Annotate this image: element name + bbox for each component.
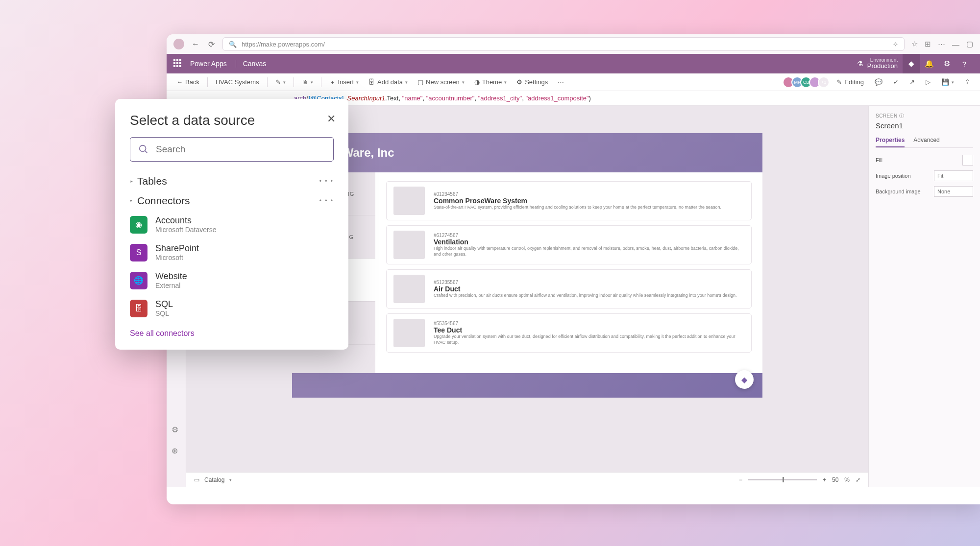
list-item[interactable]: #55354567 Tee Duct Upgrade your ventilat… bbox=[386, 313, 752, 353]
settings-button[interactable]: ⚙ Settings bbox=[513, 76, 552, 88]
left-rail-bottom: ⚙ ⊕ bbox=[172, 425, 178, 455]
dataverse-icon: ◉ bbox=[130, 216, 147, 234]
chevron-down-icon[interactable]: ▾ bbox=[229, 477, 232, 482]
maximize-icon[interactable]: ▢ bbox=[966, 40, 973, 48]
address-bar[interactable]: 🔍 https://make.powerapps.com/ ✧ bbox=[222, 37, 905, 51]
add-data-button[interactable]: 🗄 Add data ▾ bbox=[365, 76, 412, 88]
item-id: #01234567 bbox=[434, 191, 744, 197]
search-icon: 🔍 bbox=[229, 41, 237, 48]
comments-icon[interactable]: 💬 bbox=[871, 76, 886, 88]
list-item[interactable]: #51235567 Air Duct Crafted with precisio… bbox=[386, 269, 752, 309]
save-icon[interactable]: 💾 ▾ bbox=[937, 76, 958, 88]
connector-item-sql[interactable]: 🗄 SQLSQL bbox=[130, 294, 334, 322]
readmode-icon[interactable]: ✧ bbox=[893, 41, 898, 48]
screen-indicator-icon: ▭ bbox=[194, 476, 199, 483]
data-source-modal: Select a data source ✕ ▾ Tables • • • ▾ … bbox=[115, 99, 348, 350]
add-icon[interactable]: ⊕ bbox=[172, 446, 178, 455]
app-header: Power Apps Canvas ⚗ Environment Producti… bbox=[167, 54, 980, 73]
svg-point-0 bbox=[140, 145, 146, 152]
edit-icon[interactable]: ✎ ▾ bbox=[271, 76, 290, 88]
search-input[interactable] bbox=[130, 137, 334, 162]
new-screen-button[interactable]: ▢ New screen ▾ bbox=[414, 76, 468, 88]
prop-background-image-label: Background image bbox=[876, 189, 921, 194]
insert-button[interactable]: ＋ Insert ▾ bbox=[325, 76, 363, 89]
app-name: Power Apps bbox=[190, 60, 227, 68]
fullscreen-icon[interactable]: ⤢ bbox=[856, 476, 860, 483]
list-item[interactable]: #01234567 Common ProseWare System State-… bbox=[386, 181, 752, 220]
minimize-icon[interactable]: ― bbox=[952, 40, 959, 48]
globe-icon: 🌐 bbox=[130, 272, 147, 289]
copilot-header-icon[interactable]: ◆ bbox=[903, 54, 920, 73]
more-icon[interactable]: • • • bbox=[319, 197, 334, 204]
item-title: Tee Duct bbox=[434, 326, 744, 334]
item-title: Common ProseWare System bbox=[434, 197, 744, 205]
theme-button[interactable]: ◑ Theme ▾ bbox=[470, 76, 511, 88]
file-icon[interactable]: 🗎 ▾ bbox=[298, 76, 317, 88]
see-all-connectors-link[interactable]: See all connectors bbox=[130, 329, 334, 338]
environment-icon: ⚗ bbox=[857, 60, 863, 68]
status-bar: ▭ Catalog ▾ − + 50 % ⤢ bbox=[186, 472, 868, 487]
app-launcher-icon[interactable] bbox=[173, 59, 182, 68]
refresh-icon[interactable]: ⟳ bbox=[207, 40, 216, 48]
favorite-icon[interactable]: ☆ bbox=[911, 40, 918, 48]
editor-mode: Canvas bbox=[236, 60, 266, 68]
copilot-fab[interactable]: ◆ bbox=[735, 370, 754, 389]
screen-label: SCREEN ⓘ bbox=[876, 113, 973, 119]
checker-icon[interactable]: ✓ bbox=[889, 76, 903, 88]
tab-properties[interactable]: Properties bbox=[876, 137, 905, 147]
item-title: Ventilation bbox=[434, 238, 744, 246]
search-field[interactable] bbox=[156, 144, 325, 155]
item-thumbnail bbox=[393, 187, 425, 215]
item-thumbnail bbox=[393, 319, 425, 347]
url-text: https://make.powerapps.com/ bbox=[242, 41, 325, 48]
editing-mode[interactable]: ✎ Editing bbox=[833, 76, 868, 88]
sharepoint-icon: S bbox=[130, 244, 147, 261]
background-image-input[interactable] bbox=[934, 186, 973, 197]
svg-line-1 bbox=[145, 151, 147, 153]
share-icon[interactable]: ↗ bbox=[906, 76, 919, 88]
fill-color-swatch[interactable] bbox=[962, 155, 973, 166]
collections-icon[interactable]: ⊞ bbox=[925, 40, 931, 48]
zoom-slider[interactable] bbox=[748, 479, 817, 480]
connector-item-sharepoint[interactable]: S SharePointMicrosoft bbox=[130, 238, 334, 266]
zoom-in-icon[interactable]: + bbox=[823, 476, 826, 483]
preview-company-title: ProseWare, Inc bbox=[310, 146, 745, 160]
tab-advanced[interactable]: Advanced bbox=[913, 137, 939, 147]
prop-fill-label: Fill bbox=[876, 157, 882, 163]
browser-chrome: ← ⟳ 🔍 https://make.powerapps.com/ ✧ ☆ ⊞ … bbox=[167, 34, 980, 54]
chevron-down-icon: ▾ bbox=[130, 198, 132, 203]
list-item[interactable]: #61274567 Ventilation High indoor air qu… bbox=[386, 225, 752, 264]
toolbar-more-icon[interactable]: ⋯ bbox=[554, 76, 568, 88]
tables-section[interactable]: ▾ Tables • • • bbox=[130, 171, 334, 191]
help-icon[interactable]: ? bbox=[956, 54, 973, 73]
preview-icon[interactable]: ▷ bbox=[922, 76, 934, 88]
toolbar: ← Back HVAC Systems ✎ ▾ 🗎 ▾ ＋ Insert ▾ 🗄… bbox=[167, 73, 980, 91]
back-button[interactable]: ← Back bbox=[172, 76, 203, 88]
zoom-out-icon[interactable]: − bbox=[739, 476, 742, 483]
app-preview: ProseWare, Inc Heating & Air RESOURCING … bbox=[292, 133, 762, 398]
publish-icon[interactable]: ⇪ bbox=[961, 76, 974, 88]
item-desc: State-of-the-art HVAC system, providing … bbox=[434, 205, 744, 211]
connector-item-accounts[interactable]: ◉ AccountsMicrosoft Dataverse bbox=[130, 211, 334, 238]
connector-item-website[interactable]: 🌐 WebsiteExternal bbox=[130, 266, 334, 294]
back-icon[interactable]: ← bbox=[191, 40, 200, 48]
settings-header-icon[interactable]: ⚙ bbox=[938, 54, 956, 73]
copilot-icon: ◆ bbox=[741, 375, 747, 384]
notifications-icon[interactable]: 🔔 bbox=[920, 54, 938, 73]
more-icon[interactable]: ⋯ bbox=[938, 40, 945, 48]
profile-avatar[interactable] bbox=[173, 39, 184, 49]
image-position-input[interactable] bbox=[934, 170, 973, 181]
item-desc: Upgrade your ventilation system with our… bbox=[434, 334, 744, 345]
connectors-section[interactable]: ▾ Connectors • • • bbox=[130, 191, 334, 211]
item-desc: Crafted with precision, our air ducts en… bbox=[434, 293, 744, 299]
item-title: Air Duct bbox=[434, 285, 744, 293]
zoom-pct: % bbox=[844, 476, 850, 483]
collaborator-avatars[interactable]: MPCB +3 bbox=[785, 76, 830, 88]
environment-picker[interactable]: ⚗ Environment Production bbox=[857, 57, 898, 70]
close-icon[interactable]: ✕ bbox=[327, 113, 336, 125]
info-icon[interactable]: ⓘ bbox=[899, 113, 905, 119]
item-thumbnail bbox=[393, 275, 425, 303]
more-icon[interactable]: • • • bbox=[319, 178, 334, 185]
modal-title: Select a data source bbox=[130, 113, 334, 128]
gear-icon[interactable]: ⚙ bbox=[172, 425, 178, 434]
